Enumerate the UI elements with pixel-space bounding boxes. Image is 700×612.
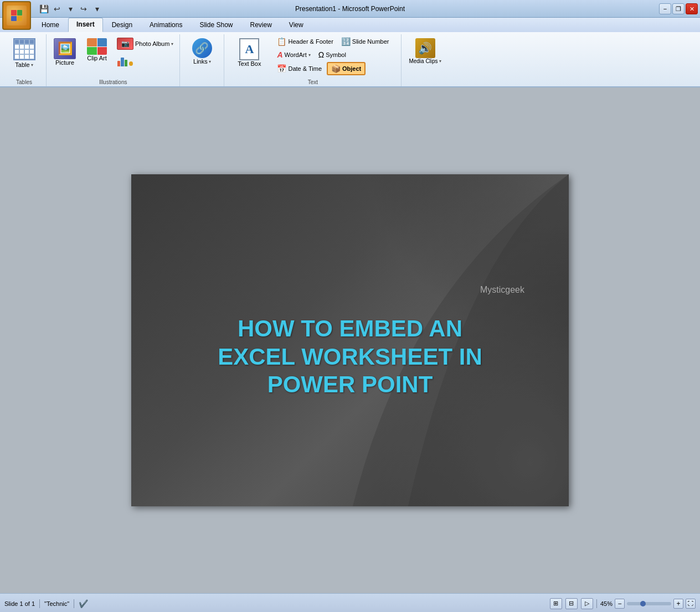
wordart-icon: A	[277, 50, 282, 59]
wordart-button[interactable]: A WordArt ▾	[274, 49, 313, 61]
redo-button[interactable]: ↪	[78, 3, 90, 15]
window-title: Presentation1 - Microsoft PowerPoint	[295, 5, 405, 13]
zoom-thumb	[640, 601, 646, 606]
slide-sorter-button[interactable]: ⊟	[565, 598, 578, 609]
tab-insert[interactable]: Insert	[68, 18, 103, 32]
ribbon-group-tables: Table ▾ Tables	[2, 34, 47, 86]
slide-watermark: Mysticgeek	[480, 285, 524, 295]
symbol-button[interactable]: Ω Symbol	[316, 49, 349, 61]
photoalbum-button[interactable]: 📷 Photo Album ▾	[114, 35, 176, 52]
slide-count: Slide 1 of 1	[4, 600, 35, 607]
slideshow-button[interactable]: ▷	[581, 598, 593, 609]
office-logo	[7, 6, 27, 25]
text-row1: 📋 Header & Footer 🔢 Slide Number	[274, 35, 392, 48]
status-bar: Slide 1 of 1 "Technic" ✔️ ⊞ ⊟ ▷ 45% − + …	[0, 593, 700, 612]
zoom-slider[interactable]	[627, 602, 671, 605]
text-row2: A WordArt ▾ Ω Symbol	[274, 49, 392, 61]
ribbon-group-media: 🔊 Media Clips ▾	[402, 34, 448, 86]
tab-review[interactable]: Review	[241, 18, 280, 32]
header-footer-button[interactable]: 📋 Header & Footer	[274, 35, 336, 48]
object-icon: 📦	[331, 64, 341, 73]
customize-qat[interactable]: ▾	[91, 3, 103, 15]
title-bar: 💾 ↩ ▾ ↪ ▾ Presentation1 - Microsoft Powe…	[0, 0, 700, 18]
textbox-button[interactable]: A Text Box	[234, 35, 265, 70]
slide-title: HOW TO EMBED AN EXCEL WORKSHEET IN POWER…	[218, 315, 482, 398]
zoom-control: 45% − + ⛶	[600, 599, 696, 609]
ribbon-wrapper: Home Insert Design Animations Slide Show…	[0, 18, 700, 87]
photoalbum-icon: 📷	[117, 38, 133, 50]
ribbon-group-links: 🔗 Links ▾	[180, 34, 224, 86]
minimize-button[interactable]: −	[659, 3, 671, 14]
links-icon: 🔗	[192, 38, 212, 58]
save-button[interactable]: 💾	[38, 3, 50, 15]
window-controls: − ❐ ✕	[659, 3, 698, 14]
table-dropdown-arrow: ▾	[31, 63, 33, 68]
illustrations-content: 🖼️ Picture Clip Art 📷 Photo Album ▾	[50, 35, 176, 77]
ribbon-group-text: A Text Box 📋 Header & Footer 🔢 Sl	[224, 34, 402, 86]
status-separator2	[74, 599, 74, 608]
object-button[interactable]: 📦 Object	[327, 62, 366, 75]
media-clips-button[interactable]: 🔊 Media Clips ▾	[405, 35, 445, 67]
text-row3: 📅 Date & Time 📦 Object	[274, 62, 392, 75]
text-right-col: 📋 Header & Footer 🔢 Slide Number A WordA…	[274, 35, 392, 75]
quick-access-toolbar: 💾 ↩ ▾ ↪ ▾	[38, 3, 103, 15]
text-content: A Text Box 📋 Header & Footer 🔢 Sl	[234, 35, 392, 77]
zoom-in-button[interactable]: +	[673, 599, 683, 609]
undo-button[interactable]: ↩	[51, 3, 63, 15]
photoalbum-shapes-col: 📷 Photo Album ▾	[114, 35, 176, 69]
header-footer-icon: 📋	[277, 37, 286, 46]
slide-title-line1: HOW TO EMBED AN	[238, 315, 462, 341]
symbol-icon: Ω	[318, 50, 324, 59]
links-content: 🔗 Links ▾	[188, 35, 216, 84]
restore-button[interactable]: ❐	[672, 3, 684, 14]
clipart-button[interactable]: Clip Art	[83, 35, 111, 65]
slide-container[interactable]: Mysticgeek HOW TO EMBED AN EXCEL WORKSHE…	[131, 174, 569, 506]
spell-check-icon: ✔️	[79, 599, 88, 608]
main-slide-area: Mysticgeek HOW TO EMBED AN EXCEL WORKSHE…	[0, 87, 700, 593]
picture-icon: 🖼️	[54, 38, 76, 59]
ribbon-group-illustrations: 🖼️ Picture Clip Art 📷 Photo Album ▾	[47, 34, 180, 86]
text-group-label: Text	[308, 77, 318, 86]
clipart-icon	[87, 38, 107, 55]
ribbon-tabs: Home Insert Design Animations Slide Show…	[0, 18, 700, 32]
textbox-icon: A	[239, 38, 259, 60]
status-separator1	[39, 599, 40, 608]
slide-number-button[interactable]: 🔢 Slide Number	[338, 35, 392, 48]
slide-content: Mysticgeek HOW TO EMBED AN EXCEL WORKSHE…	[131, 174, 569, 506]
fit-slide-button[interactable]: ⛶	[686, 599, 696, 609]
datetime-icon: 📅	[277, 64, 286, 73]
table-icon	[13, 38, 35, 60]
svg-rect-3	[17, 16, 22, 21]
status-left: Slide 1 of 1 "Technic" ✔️	[4, 599, 88, 608]
tables-group-label: Tables	[16, 77, 32, 86]
table-button[interactable]: Table ▾	[8, 35, 40, 71]
shapes-chart-icon	[117, 55, 133, 67]
zoom-percent: 45%	[600, 600, 612, 607]
shapes-chart-button[interactable]	[114, 53, 176, 69]
normal-view-button[interactable]: ⊞	[550, 598, 562, 609]
media-dropdown-arrow: ▾	[439, 59, 441, 64]
datetime-button[interactable]: 📅 Date & Time	[274, 62, 325, 75]
links-button[interactable]: 🔗 Links ▾	[188, 35, 216, 68]
status-right: ⊞ ⊟ ▷ 45% − + ⛶	[550, 598, 696, 609]
tab-animations[interactable]: Animations	[141, 18, 191, 32]
table-label: Table	[15, 61, 29, 68]
close-button[interactable]: ✕	[686, 3, 698, 14]
tab-slideshow[interactable]: Slide Show	[191, 18, 241, 32]
illustrations-group-label: Illustrations	[99, 77, 127, 86]
svg-rect-1	[17, 10, 22, 15]
wordart-dropdown: ▾	[308, 53, 311, 58]
tab-home[interactable]: Home	[33, 18, 68, 32]
picture-button[interactable]: 🖼️ Picture	[50, 35, 80, 69]
theme-name: "Technic"	[44, 600, 69, 607]
ribbon: Table ▾ Tables 🖼️ Picture	[0, 32, 700, 87]
svg-rect-0	[11, 10, 17, 15]
photoalbum-dropdown: ▾	[171, 42, 173, 46]
tab-design[interactable]: Design	[104, 18, 141, 32]
status-separator3	[596, 599, 597, 608]
slide-title-line3: POWER POINT	[267, 371, 433, 397]
zoom-out-button[interactable]: −	[615, 599, 625, 609]
office-button[interactable]	[2, 1, 31, 30]
undo-dropdown[interactable]: ▾	[64, 3, 76, 15]
tab-view[interactable]: View	[281, 18, 312, 32]
